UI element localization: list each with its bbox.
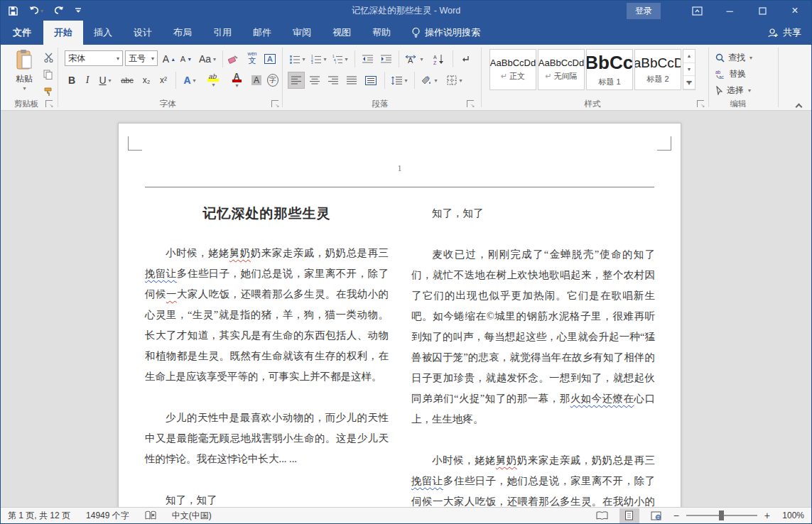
replace-button[interactable]: abac 替换 <box>715 65 761 82</box>
grow-font-button[interactable]: A▲ <box>161 50 177 67</box>
cut-icon[interactable] <box>40 49 56 66</box>
multilevel-list-button[interactable]: 1ai <box>330 50 350 67</box>
return-mark-icon: ↵ <box>545 72 551 81</box>
line-spacing-button[interactable] <box>389 72 410 89</box>
superscript-button[interactable]: x² <box>156 72 171 89</box>
show-hide-marks-icon[interactable] <box>457 50 474 67</box>
increase-indent-icon[interactable] <box>377 50 394 67</box>
proofing-status-icon[interactable] <box>145 511 156 520</box>
close-button[interactable]: × <box>779 1 811 21</box>
ribbon-display-options-icon[interactable] <box>681 1 713 21</box>
tab-file[interactable]: 文件 <box>1 21 43 45</box>
zoom-level[interactable]: 100% <box>777 511 804 520</box>
tab-mailings[interactable]: 邮件 <box>242 21 282 45</box>
tab-references[interactable]: 引用 <box>202 21 242 45</box>
style-no-spacing[interactable]: AaBbCcDd ↵无间隔 <box>538 49 585 90</box>
tell-me-search[interactable]: 操作说明搜索 <box>401 21 480 45</box>
word-count[interactable]: 14949 个字 <box>86 510 129 522</box>
clear-formatting-icon[interactable] <box>225 50 242 67</box>
style-heading2[interactable]: AaBbCcDd 标题 2 <box>634 49 681 90</box>
text-highlight-button[interactable]: ab <box>202 72 224 89</box>
tab-help[interactable]: 帮助 <box>362 21 401 45</box>
collapse-ribbon-icon[interactable] <box>796 102 801 111</box>
styles-more-icon[interactable]: ▬▼ <box>683 76 695 89</box>
share-button[interactable]: 共享 <box>767 21 801 45</box>
find-button[interactable]: 查找 <box>715 49 761 66</box>
italic-button[interactable]: I <box>80 72 94 89</box>
align-left-button[interactable] <box>288 72 305 89</box>
borders-button[interactable] <box>444 72 465 89</box>
title-bar: 记忆深处的那些生灵 - Word 登录 ─ × <box>1 1 811 21</box>
group-label-editing: 编辑 <box>711 99 765 109</box>
strikethrough-button[interactable]: abc <box>117 72 137 89</box>
font-dialog-launcher[interactable] <box>271 100 278 107</box>
document-canvas[interactable]: 1 记忆深处的那些生灵 小时候，姥姥舅奶奶来家走亲戚，奶奶总是再三挽留让多住些日… <box>1 111 811 508</box>
undo-icon[interactable] <box>28 6 43 16</box>
styles-dialog-launcher[interactable] <box>697 100 704 107</box>
select-button[interactable]: 选择 <box>715 82 761 99</box>
bullets-button[interactable] <box>288 50 308 67</box>
copy-icon[interactable] <box>40 66 56 83</box>
tab-review[interactable]: 审阅 <box>282 21 322 45</box>
page-indicator[interactable]: 第 1 页, 共 12 页 <box>8 510 70 522</box>
signin-button[interactable]: 登录 <box>627 3 661 19</box>
change-case-button[interactable]: Aa <box>197 50 218 67</box>
styles-scroll-down-icon[interactable]: ▼ <box>683 63 695 77</box>
redo-icon[interactable] <box>53 6 65 16</box>
paste-button[interactable]: 粘贴 <box>9 49 39 99</box>
distribute-button[interactable] <box>362 72 380 89</box>
minimize-button[interactable]: ─ <box>713 1 746 21</box>
bold-button[interactable]: B <box>65 72 79 89</box>
tab-home[interactable]: 开始 <box>43 21 83 45</box>
clipboard-icon <box>15 49 33 70</box>
paragraph-dialog-launcher[interactable] <box>467 100 474 107</box>
style-normal[interactable]: AaBbCcDd ↵正文 <box>489 49 536 90</box>
character-shading-button[interactable]: A <box>249 72 264 89</box>
font-name-combobox[interactable]: 宋体▾ <box>65 50 123 66</box>
tab-insert[interactable]: 插入 <box>83 21 123 45</box>
zoom-slider-handle[interactable] <box>719 511 724 520</box>
print-layout-icon[interactable] <box>619 508 639 523</box>
tab-layout[interactable]: 布局 <box>163 21 202 45</box>
right-paragraphs: 知了，知了麦收已过，刚刚完成了“金蝉脱壳”使命的知了们，就忙不迭地在树上欢快地歌… <box>411 203 655 508</box>
align-center-button[interactable] <box>306 72 323 89</box>
shrink-font-button[interactable]: A▼ <box>178 50 194 67</box>
decrease-indent-icon[interactable] <box>359 50 376 67</box>
language-indicator[interactable]: 中文(中国) <box>172 510 212 522</box>
tab-view[interactable]: 视图 <box>322 21 362 45</box>
justify-button[interactable] <box>343 72 360 89</box>
shading-button[interactable] <box>418 72 440 89</box>
styles-gallery-scroll[interactable]: ▲ ▼ ▬▼ <box>683 49 695 90</box>
web-layout-icon[interactable] <box>646 508 666 523</box>
numbering-button[interactable]: 123 <box>309 50 329 67</box>
styles-scroll-up-icon[interactable]: ▲ <box>683 50 695 63</box>
character-border-button[interactable]: A <box>262 50 278 67</box>
sort-button[interactable]: AZ <box>430 50 448 67</box>
zoom-in-button[interactable]: + <box>764 510 770 521</box>
customize-qat-icon[interactable] <box>75 6 82 15</box>
word-window: 记忆深处的那些生灵 - Word 登录 ─ × 文件 开始 插入 设计 布局 引… <box>0 0 812 524</box>
paragraph: 小时候，姥姥舅奶奶来家走亲戚，奶奶总是再三挽留让多住些日子，她们总是说，家里离不… <box>411 450 655 508</box>
paragraph: 麦收已过，刚刚完成了“金蝉脱壳”使命的知了们，就忙不迭地在树上欢快地歌唱起来，整… <box>411 244 655 430</box>
font-color-button[interactable]: A <box>227 72 247 89</box>
zoom-slider[interactable] <box>686 515 757 516</box>
style-heading1[interactable]: AaBbCcDd 标题 1 <box>586 49 633 90</box>
clipboard-dialog-launcher[interactable] <box>45 100 53 107</box>
read-mode-icon[interactable] <box>592 508 612 523</box>
zoom-out-button[interactable]: − <box>673 510 679 521</box>
asian-layout-button[interactable]: A <box>403 50 426 67</box>
find-label: 查找 <box>728 52 745 64</box>
page-1[interactable]: 1 记忆深处的那些生灵 小时候，姥姥舅奶奶来家走亲戚，奶奶总是再三挽留让多住些日… <box>118 123 681 508</box>
maximize-button[interactable] <box>746 1 779 21</box>
paragraph: 知了，知了 <box>145 490 389 508</box>
enclose-characters-button[interactable]: 字 <box>265 72 281 89</box>
save-icon[interactable] <box>8 6 18 16</box>
underline-button[interactable]: U <box>96 72 114 89</box>
phonetic-guide-button[interactable]: wén 文 <box>244 49 261 66</box>
subscript-button[interactable]: x₂ <box>139 72 154 89</box>
align-right-button[interactable] <box>325 72 342 89</box>
tab-design[interactable]: 设计 <box>123 21 163 45</box>
format-painter-icon[interactable] <box>40 83 56 100</box>
text-effects-button[interactable]: A <box>180 72 200 89</box>
font-size-combobox[interactable]: 五号▾ <box>125 50 158 66</box>
